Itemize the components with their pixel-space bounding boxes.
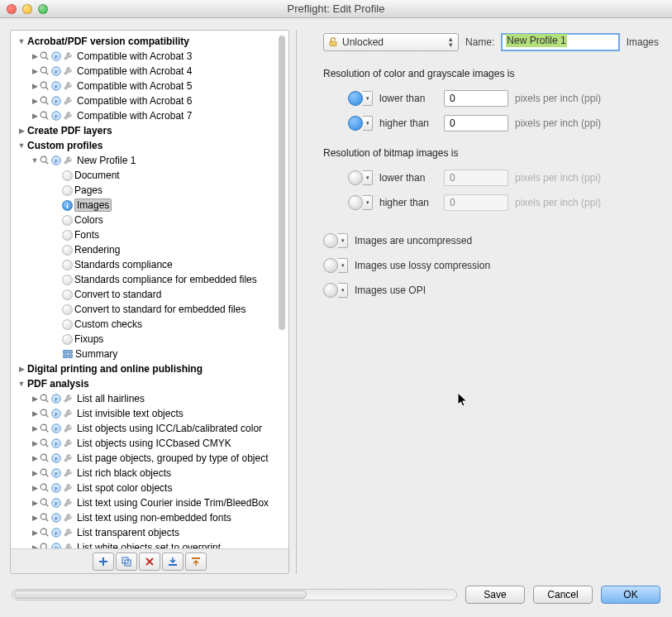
magnifier-icon <box>39 542 50 548</box>
window-close-button[interactable] <box>7 4 17 14</box>
disclosure-triangle-icon[interactable]: ▼ <box>17 37 26 45</box>
info-icon <box>62 200 73 211</box>
tree-item[interactable]: ▶PList rich black objects <box>11 466 288 481</box>
tree-item[interactable]: ·Fixups <box>11 332 288 347</box>
section-bitmap-resolution: Resolution of bitmap images is <box>323 147 659 159</box>
disclosure-triangle-icon[interactable]: ▶ <box>31 543 39 548</box>
tree-section-digital[interactable]: ▶Digital printing and online publishing <box>11 361 288 376</box>
tree-section-compat[interactable]: ▼ Acrobat/PDF version compatibility <box>11 34 288 49</box>
new-profile-button[interactable] <box>93 552 114 571</box>
disclosure-triangle-icon[interactable]: ▶ <box>17 127 26 135</box>
horizontal-scrollbar[interactable] <box>12 589 457 600</box>
tree-item[interactable]: ·Standards compliance <box>11 257 288 272</box>
severity-select-uncompressed[interactable]: ▾ <box>323 233 348 248</box>
severity-select-lossy[interactable]: ▾ <box>323 258 348 273</box>
disclosure-triangle-icon[interactable]: ▶ <box>31 484 39 492</box>
tree-section-custom[interactable]: ▼Custom profiles <box>11 138 288 153</box>
duplicate-profile-button[interactable] <box>116 552 137 571</box>
severity-select-color-lower[interactable]: ▾ <box>348 91 373 106</box>
status-icon <box>62 260 73 270</box>
panel-divider[interactable] <box>296 30 297 574</box>
condition-lower: lower than <box>379 172 437 184</box>
disclosure-triangle-icon[interactable]: ▶ <box>31 409 39 418</box>
svg-line-45 <box>46 460 49 462</box>
profile-p-icon: P <box>50 50 62 62</box>
color-lower-input[interactable] <box>444 90 508 107</box>
tree-item[interactable]: ▶PList text using non-embedded fonts <box>11 510 288 525</box>
disclosure-triangle-icon[interactable]: ▶ <box>31 439 39 447</box>
tree-item[interactable]: ▶PList objects using ICCbased CMYK <box>11 436 288 451</box>
tree-item-images[interactable]: ·Images <box>11 198 288 213</box>
disclosure-triangle-icon[interactable]: ▼ <box>17 141 26 150</box>
tree-item[interactable]: ▶PCompatible with Acrobat 6 <box>11 93 288 108</box>
disclosure-triangle-icon[interactable]: ▶ <box>31 97 39 105</box>
svg-rect-79 <box>192 557 200 559</box>
profile-name-input[interactable]: New Profile 1 <box>501 33 619 51</box>
profile-tree[interactable]: ▼ Acrobat/PDF version compatibility ▶PCo… <box>11 31 288 548</box>
lock-status-select[interactable]: Unlocked ▴▾ <box>323 33 459 51</box>
profile-p-icon: P <box>50 95 62 107</box>
disclosure-triangle-icon[interactable]: ▼ <box>31 156 39 165</box>
tree-item[interactable]: ▶PList spot color objects <box>11 481 288 495</box>
disclosure-triangle-icon[interactable]: ▼ <box>17 380 26 388</box>
tree-scrollbar[interactable] <box>277 36 287 543</box>
tree-item[interactable]: ·Custom checks <box>11 317 288 332</box>
tree-item[interactable]: ▶PCompatible with Acrobat 5 <box>11 79 288 93</box>
tree-item[interactable]: ·Pages <box>11 183 288 198</box>
disclosure-triangle-icon[interactable]: ▶ <box>17 365 26 373</box>
tree-item[interactable]: ·Fonts <box>11 227 288 242</box>
ppi-unit: pixels per inch (ppi) <box>515 197 601 208</box>
disclosure-triangle-icon[interactable]: ▶ <box>31 52 39 60</box>
chevron-down-icon: ▾ <box>363 195 373 210</box>
window-zoom-button[interactable] <box>38 4 48 14</box>
disclosure-triangle-icon[interactable]: ▶ <box>31 454 39 462</box>
export-profile-button[interactable] <box>185 552 207 571</box>
tree-item[interactable]: ·Standards compliance for embedded files <box>11 272 288 287</box>
tree-section-analysis[interactable]: ▼PDF analysis <box>11 376 288 391</box>
tree-section-create[interactable]: ▶Create PDF layers <box>11 123 288 138</box>
disclosure-triangle-icon[interactable]: ▶ <box>31 424 39 433</box>
tree-item[interactable]: ·Convert to standard <box>11 287 288 302</box>
disclosure-triangle-icon[interactable]: ▶ <box>31 529 39 537</box>
export-icon <box>190 556 202 567</box>
tree-item[interactable]: ·Document <box>11 168 288 183</box>
tree-item[interactable]: ▶PList text using Courier inside Trim/Bl… <box>11 495 288 510</box>
disclosure-triangle-icon[interactable]: ▶ <box>31 82 39 90</box>
svg-point-68 <box>41 543 46 548</box>
severity-select-color-higher[interactable]: ▾ <box>348 116 373 131</box>
color-higher-input[interactable] <box>444 115 508 132</box>
tree-item-new-profile[interactable]: ▼PNew Profile 1 <box>11 153 288 168</box>
severity-select-bitmap-lower[interactable]: ▾ <box>348 170 373 185</box>
tree-item[interactable]: ·Summary <box>11 347 288 361</box>
tree-item[interactable]: ▶PList all hairlines <box>11 391 288 406</box>
ppi-unit: pixels per inch (ppi) <box>515 172 601 184</box>
tree-item[interactable]: ·Colors <box>11 213 288 227</box>
disclosure-triangle-icon[interactable]: ▶ <box>31 469 39 477</box>
tree-item[interactable]: ▶PList transparent objects <box>11 525 288 540</box>
svg-point-36 <box>41 424 46 430</box>
ppi-unit: pixels per inch (ppi) <box>515 117 601 129</box>
disclosure-triangle-icon[interactable]: ▶ <box>31 112 39 120</box>
tree-item[interactable]: ▶PCompatible with Acrobat 3 <box>11 49 288 64</box>
cancel-button[interactable]: Cancel <box>533 586 593 604</box>
disclosure-triangle-icon[interactable]: ▶ <box>31 395 39 403</box>
ok-button[interactable]: OK <box>601 586 660 604</box>
profile-p-icon: P <box>50 408 62 419</box>
tree-item[interactable]: ·Convert to standard for embedded files <box>11 302 288 317</box>
tree-item[interactable]: ▶PList invisible text objects <box>11 406 288 421</box>
disclosure-triangle-icon[interactable]: ▶ <box>31 514 39 522</box>
tree-item[interactable]: ▶PList white objects set to overprint <box>11 540 288 548</box>
severity-select-opi[interactable]: ▾ <box>323 283 348 298</box>
import-profile-button[interactable] <box>162 552 183 571</box>
window-minimize-button[interactable] <box>22 4 32 14</box>
tree-item[interactable]: ·Rendering <box>11 242 288 257</box>
tree-item[interactable]: ▶PCompatible with Acrobat 7 <box>11 108 288 123</box>
delete-profile-button[interactable] <box>139 552 160 571</box>
tree-item[interactable]: ▶PList objects using ICC/Lab/calibrated … <box>11 421 288 436</box>
disclosure-triangle-icon[interactable]: ▶ <box>31 499 39 507</box>
save-button[interactable]: Save <box>465 586 525 604</box>
severity-select-bitmap-higher[interactable]: ▾ <box>348 195 373 210</box>
tree-item[interactable]: ▶PCompatible with Acrobat 4 <box>11 64 288 79</box>
disclosure-triangle-icon[interactable]: ▶ <box>31 67 39 75</box>
tree-item[interactable]: ▶PList page objects, grouped by type of … <box>11 451 288 466</box>
